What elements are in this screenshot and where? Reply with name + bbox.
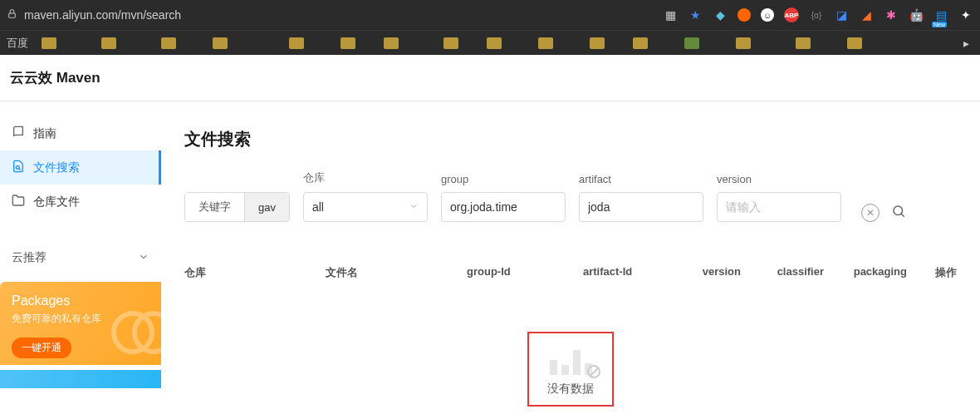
sidebar-section-label: 云推荐 (12, 250, 47, 265)
bookmark-folder[interactable] (633, 37, 648, 49)
bookmark-folder[interactable] (796, 37, 811, 49)
svg-line-3 (901, 214, 904, 217)
bookmark-folder[interactable] (341, 37, 355, 49)
field-label: group (441, 173, 566, 185)
sidebar-section-recommend[interactable]: 云推荐 (0, 242, 161, 274)
toggle-gav[interactable]: gav (244, 193, 289, 221)
field-label: 仓库 (303, 170, 428, 185)
browser-url-bar: maven.aliyun.com/mvn/search ▦ ★ ◆ ☺ ABP … (0, 0, 980, 30)
no-data-icon (587, 365, 600, 378)
sidebar-item-label: 文件搜索 (33, 160, 80, 175)
sidebar-item-guide[interactable]: 指南 (0, 116, 161, 150)
bookmark-folder[interactable] (101, 37, 116, 49)
th-packaging: packaging (824, 265, 907, 280)
results-table-header: 仓库 文件名 group-Id artifact-Id version clas… (184, 255, 957, 290)
artifact-input[interactable] (579, 192, 703, 222)
search-mode-toggle: 关键字 gav (184, 192, 290, 222)
ext-blue-icon[interactable]: ◪ (834, 7, 849, 22)
bookmark-folder[interactable] (42, 37, 56, 49)
bookmark-folder[interactable] (847, 37, 862, 49)
page-title: 云云效 Maven (10, 68, 100, 87)
infinity-icon (111, 307, 161, 348)
search-form: 关键字 gav 仓库 all group artifact (184, 170, 957, 222)
empty-highlight: 没有数据 (527, 332, 614, 407)
bookmark-folder[interactable] (684, 37, 699, 49)
th-group: group-Id (467, 265, 583, 280)
chevron-down-icon (138, 251, 149, 265)
search-button[interactable] (891, 204, 906, 222)
th-classifier: classifier (741, 265, 824, 280)
section-title: 文件搜索 (184, 128, 957, 150)
field-label: artifact (579, 173, 703, 185)
ext-orange-icon[interactable] (737, 8, 751, 22)
search-actions: ✕ (861, 204, 906, 222)
clear-button[interactable]: ✕ (861, 204, 880, 222)
repo-select[interactable]: all (303, 192, 428, 222)
puzzle-icon[interactable]: ✦ (958, 7, 973, 22)
toggle-keyword[interactable]: 关键字 (185, 193, 244, 221)
empty-text: 没有数据 (547, 382, 594, 397)
bookmark-folder[interactable] (538, 37, 553, 49)
bookmark-folder[interactable] (289, 37, 304, 49)
field-version: version (717, 173, 841, 222)
folder-icon (12, 194, 25, 210)
svg-point-1 (16, 165, 19, 169)
field-artifact: artifact (579, 173, 703, 222)
field-repo: 仓库 all (303, 170, 428, 222)
th-repo: 仓库 (184, 265, 326, 280)
th-file: 文件名 (326, 265, 467, 280)
group-input[interactable] (441, 192, 566, 222)
search-icon (12, 160, 25, 175)
th-artifact: artifact-Id (583, 265, 674, 280)
bookmark-folder[interactable] (213, 37, 228, 49)
bookmark-folder[interactable] (590, 37, 605, 49)
chevron-down-icon (409, 200, 419, 214)
gem-icon[interactable]: ◆ (713, 7, 728, 22)
page-header: 云云效 Maven (0, 55, 980, 101)
browser-actions: ▦ ★ ◆ ☺ ABP {α} ◪ ◢ ✱ 🤖 ▤New ✦ (663, 7, 973, 22)
promo-card[interactable]: Packages 免费可靠的私有仓库 一键开通 (0, 282, 161, 365)
ext-new-icon[interactable]: ▤New (933, 7, 948, 22)
ext-asterisk-icon[interactable]: ✱ (884, 7, 899, 22)
th-version: version (674, 265, 741, 280)
ext-robot-icon[interactable]: 🤖 (909, 7, 924, 22)
bookmarks-bar: 百度 ▸ (0, 30, 980, 55)
main-content: 文件搜索 关键字 gav 仓库 all group (161, 101, 980, 419)
bookmarks-overflow-icon[interactable]: ▸ (958, 36, 973, 51)
ext-bracket-icon[interactable]: {α} (809, 7, 824, 22)
repo-select-value: all (312, 200, 324, 214)
svg-point-2 (894, 206, 903, 215)
browser-url[interactable]: maven.aliyun.com/mvn/search (24, 8, 656, 22)
promo-button[interactable]: 一键开通 (12, 338, 71, 358)
sidebar-nav: 指南 文件搜索 仓库文件 (0, 101, 161, 219)
th-action: 操作 (907, 265, 957, 280)
promo-strip[interactable] (0, 370, 161, 388)
sidebar-item-search[interactable]: 文件搜索 (0, 150, 161, 185)
field-group: group (441, 173, 566, 222)
book-icon (12, 126, 25, 141)
bookmark-folder[interactable] (384, 37, 399, 49)
field-label: version (717, 173, 841, 185)
lock-icon (7, 7, 17, 22)
sidebar-item-label: 仓库文件 (33, 195, 80, 210)
empty-state: 没有数据 (184, 332, 957, 407)
qr-icon[interactable]: ▦ (663, 7, 678, 22)
star-icon[interactable]: ★ (688, 7, 703, 22)
sidebar: 指南 文件搜索 仓库文件 云推荐 Packages (0, 101, 161, 419)
bookmark-folder[interactable] (736, 37, 751, 49)
abp-icon[interactable]: ABP (784, 7, 799, 22)
svg-rect-0 (9, 13, 16, 17)
ext-circle-icon[interactable]: ☺ (761, 8, 774, 22)
sidebar-item-repo-files[interactable]: 仓库文件 (0, 185, 161, 219)
bookmark-baidu[interactable]: 百度 (7, 36, 28, 51)
bookmark-folder[interactable] (443, 37, 458, 49)
bookmark-folder[interactable] (161, 37, 176, 49)
gitlab-icon[interactable]: ◢ (859, 7, 874, 22)
sidebar-item-label: 指南 (33, 126, 56, 141)
bookmark-folder[interactable] (487, 37, 502, 49)
version-input[interactable] (717, 192, 841, 222)
empty-chart-icon (550, 347, 592, 375)
